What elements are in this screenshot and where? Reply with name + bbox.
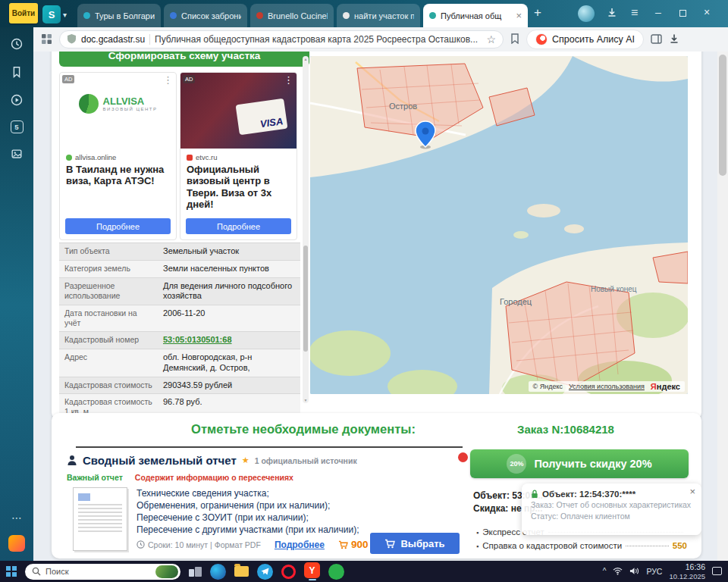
system-tray: ^ РУС 16:36 10.12.2025 <box>603 562 722 581</box>
history-icon[interactable] <box>9 36 24 52</box>
tab-counter-badge[interactable]: 5 <box>11 120 24 133</box>
terms-of-use-link[interactable]: Условия использования <box>569 383 645 390</box>
get-discount-button[interactable]: 20% Получить скидку 20% <box>470 449 689 478</box>
page-scrollbar[interactable] <box>717 52 728 561</box>
volume-icon[interactable] <box>629 567 639 575</box>
download-icon[interactable] <box>669 33 679 45</box>
window-maximize-button[interactable] <box>679 10 686 17</box>
generate-scheme-button[interactable]: Сформировать схему участка <box>59 52 309 67</box>
more-details-link[interactable]: Подробнее <box>275 540 325 550</box>
table-row-cadastral-number: Кадастровый номер53:05:0130501:68 <box>59 332 300 349</box>
report-tags: Важный отчет Содержит информацию о перес… <box>67 473 293 482</box>
menu-icon[interactable]: ≡ <box>631 7 638 19</box>
person-icon <box>67 455 77 466</box>
tab-nayti-uchastok[interactable]: найти участок по к <box>337 4 420 27</box>
tab-groups-icon[interactable] <box>41 33 52 46</box>
side-panel-icon[interactable] <box>651 34 662 45</box>
bookmarks-icon[interactable] <box>9 64 24 80</box>
tab-tury-v-bolgariyu[interactable]: Туры в Болгарию в <box>77 4 161 27</box>
green-app-icon[interactable] <box>328 564 344 580</box>
tab-brunello-cucinelli[interactable]: Brunello Cucinelli О <box>250 4 334 27</box>
divider <box>76 446 463 448</box>
ad-headline: В Таиланд не нужна виза, Карта АТЭС! <box>66 164 171 187</box>
ad-cta-button[interactable]: Подробнее <box>65 218 171 234</box>
report-preview-image[interactable] <box>73 487 127 551</box>
collections-flag-icon[interactable] <box>510 33 519 45</box>
page-title: Публичная общедоступная кадастровая карт… <box>155 34 482 45</box>
yandex-browser-taskbar-item[interactable]: Y <box>304 562 320 580</box>
close-icon[interactable]: × <box>689 486 695 497</box>
opera-app-icon[interactable] <box>281 565 296 579</box>
yandex-logo[interactable]: Яндекс <box>651 382 680 391</box>
start-button[interactable] <box>6 566 17 577</box>
bullet-icon: ▪ <box>476 529 479 537</box>
report-meta-row: Сроки: 10 минут | Формат PDF Подробнее 9… <box>136 539 380 550</box>
ad-card-etvc[interactable]: VISA AD ⋮ etvc.ru Официальный визовый це… <box>180 72 297 240</box>
report-features-list: Технические сведения участка; Обременени… <box>136 487 455 536</box>
keyboard-language[interactable]: РУС <box>646 567 662 576</box>
protect-shield-icon[interactable] <box>67 33 77 45</box>
ad-headline: Официальный визовый центр в Твери. Виза … <box>187 164 292 210</box>
network-icon[interactable] <box>613 567 623 575</box>
select-report-button[interactable]: Выбрать <box>370 533 460 554</box>
scroll-down-icon[interactable]: ▼ <box>303 397 309 403</box>
new-tab-button[interactable]: + <box>534 5 541 20</box>
profile-avatar[interactable] <box>578 5 595 22</box>
taskbar-clock[interactable]: 16:36 10.12.2025 <box>669 562 705 581</box>
parcel-info-panel: Сформировать схему участка AD ⋮ ALLVISAВ… <box>52 52 701 420</box>
scroll-up-icon[interactable]: ▲ <box>303 56 309 62</box>
window-close-button[interactable]: × <box>704 7 710 17</box>
table-row: Кадастровая стоимость290343.59 рублей <box>59 377 300 395</box>
chevron-down-icon[interactable]: ▾ <box>63 11 67 19</box>
scrollbar-thumb[interactable] <box>303 246 308 352</box>
lock-icon <box>531 490 538 499</box>
documents-heading: Отметьте необходимые документы: <box>144 422 463 436</box>
report-title: Сводный земельный отчет <box>83 454 237 467</box>
alice-ai-button[interactable]: Спросить Алису AI <box>526 30 644 49</box>
ad-menu-icon[interactable]: ⋮ <box>163 74 173 86</box>
cadastral-map[interactable]: Остров Городец Новый конец © Яндекс Усло… <box>310 56 688 394</box>
file-explorer-icon[interactable] <box>234 566 249 577</box>
notification-status: Статус: Оплачен клиентом <box>531 512 692 521</box>
smart-tab-button[interactable]: S ▾ <box>42 5 77 24</box>
tab-publichnaya-karta-active[interactable]: Публичная общ × <box>423 4 528 27</box>
notification-center-icon[interactable] <box>712 567 722 575</box>
active-app-indicator <box>309 579 316 580</box>
video-play-icon[interactable] <box>9 92 24 108</box>
yandex-services-icon[interactable] <box>8 535 25 552</box>
ad-cta-button[interactable]: Подробнее <box>186 218 291 234</box>
tray-expand-icon[interactable]: ^ <box>603 567 607 575</box>
ad-card-allvisa[interactable]: AD ⋮ ALLVISAВИЗОВЫЙ ЦЕНТР allvisa.online… <box>59 72 177 240</box>
feature-item: Технические сведения участка; <box>136 487 455 499</box>
extra-document-item[interactable]: ▪ Справка о кадастровой стоимости 550 <box>476 541 687 550</box>
map-attribution: © Яндекс Условия использования Яндекс <box>529 381 685 392</box>
cadastral-number-link[interactable]: 53:05:0130501:68 <box>158 332 300 349</box>
table-row: Тип объектаЗемельный участок <box>59 243 300 261</box>
browser-login-button[interactable]: Войти <box>9 3 38 23</box>
url-field[interactable]: doc.gcadastr.su Публичная общедоступная … <box>59 30 504 48</box>
tab-close-icon[interactable]: × <box>516 11 522 20</box>
report-terms: Сроки: 10 минут | Формат PDF <box>136 540 261 549</box>
window-minimize-button[interactable]: – <box>655 7 661 17</box>
images-icon[interactable] <box>9 146 24 161</box>
report-title-row: Сводный земельный отчет ★ 1 официальный … <box>67 454 357 467</box>
more-options-icon[interactable]: ⋯ <box>9 510 24 525</box>
tab-spisok-zabronirovannyh[interactable]: Список забронир <box>164 4 247 27</box>
ad-source: etvc.ru <box>187 153 218 161</box>
alice-icon <box>535 33 548 45</box>
panel-scrollbar[interactable]: ▲ ▼ <box>303 56 309 403</box>
ad-menu-icon[interactable]: ⋮ <box>284 74 293 86</box>
downloads-tray-icon[interactable] <box>607 7 617 19</box>
telegram-app-icon[interactable] <box>257 564 273 580</box>
discount-badge: 20% <box>507 454 526 474</box>
parcel-attributes-table: Тип объектаЗемельный участок Категория з… <box>59 242 300 420</box>
tab-favicon <box>429 12 436 19</box>
search-highlight-thumbnail[interactable] <box>155 565 178 578</box>
table-row: Адресобл. Новгородская, р-н Демянский, д… <box>59 349 300 377</box>
browser-app-icon[interactable] <box>210 564 226 580</box>
bookmark-star-icon[interactable]: ☆ <box>486 34 496 45</box>
taskbar-search[interactable]: Поиск <box>25 564 180 580</box>
task-view-button[interactable] <box>189 567 202 577</box>
scrollbar-thumb[interactable] <box>719 55 726 176</box>
windows-taskbar: Поиск Y ^ РУС 16:36 10.12.2025 <box>0 561 728 582</box>
